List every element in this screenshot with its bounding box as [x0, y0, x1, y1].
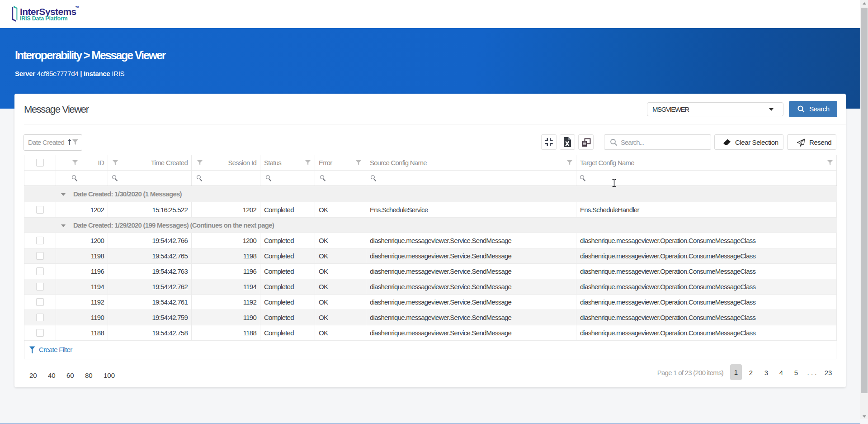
- svg-text:IRIS Data Platform: IRIS Data Platform: [20, 15, 68, 22]
- svg-text:TM: TM: [75, 6, 79, 9]
